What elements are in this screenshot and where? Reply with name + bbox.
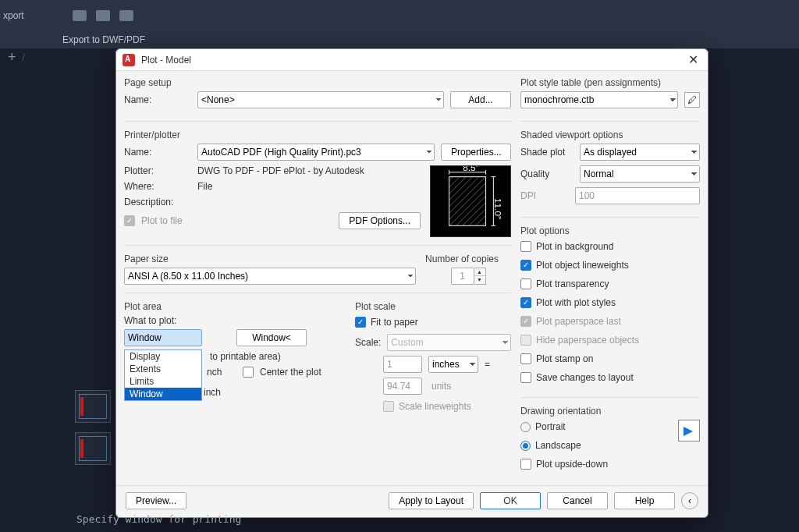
layout-thumb[interactable] bbox=[75, 390, 111, 423]
dropdown-option-window[interactable]: Window bbox=[125, 388, 201, 400]
svg-rect-2 bbox=[449, 177, 486, 226]
scale-lineweights-checkbox bbox=[383, 401, 394, 412]
autocad-icon bbox=[123, 54, 135, 66]
dpi-input bbox=[575, 187, 700, 204]
toolbar-icon[interactable] bbox=[73, 10, 87, 21]
svg-text:8.5″: 8.5″ bbox=[463, 166, 478, 172]
scale-num1-input bbox=[383, 356, 422, 373]
description-label: Description: bbox=[124, 197, 191, 207]
what-to-plot-select[interactable]: Window bbox=[124, 329, 202, 346]
apply-to-layout-button[interactable]: Apply to Layout bbox=[389, 492, 474, 509]
plot-dialog: Plot - Model ✕ Page setup Name: <None> A… bbox=[115, 48, 708, 518]
paper-size-select[interactable]: ANSI A (8.50 x 11.00 Inches) bbox=[124, 268, 416, 285]
shaded-viewport-section: Shaded viewport options Shade plot As di… bbox=[520, 129, 700, 209]
dpi-label: DPI bbox=[520, 190, 569, 201]
plot-options-section: Plot options Plot in background Plot obj… bbox=[520, 225, 700, 389]
copies-input bbox=[451, 268, 474, 285]
plot-transparency-checkbox[interactable] bbox=[520, 278, 531, 289]
cancel-button[interactable]: Cancel bbox=[547, 492, 608, 509]
quality-label: Quality bbox=[520, 168, 574, 179]
name-label: Name: bbox=[124, 147, 191, 158]
what-to-plot-label: What to plot: bbox=[124, 315, 346, 326]
section-heading: Number of copies bbox=[425, 254, 511, 264]
properties-button[interactable]: Properties... bbox=[441, 144, 511, 161]
section-heading: Plot options bbox=[520, 225, 700, 236]
tab-divider: / bbox=[23, 51, 25, 62]
orientation-section: Drawing orientation Portrait Landscape P… bbox=[520, 406, 700, 476]
quality-select[interactable]: Normal bbox=[580, 165, 700, 183]
center-plot-checkbox[interactable] bbox=[243, 367, 254, 378]
plot-background-checkbox[interactable] bbox=[520, 241, 531, 252]
plot-stamp-checkbox[interactable] bbox=[520, 353, 531, 364]
fit-to-paper-label: Fit to paper bbox=[371, 317, 418, 328]
help-button[interactable]: Help bbox=[614, 492, 675, 509]
export-label: xport bbox=[3, 10, 24, 21]
section-heading: Shaded viewport options bbox=[520, 129, 700, 140]
section-heading: Drawing orientation bbox=[520, 406, 700, 417]
section-heading: Plot style table (pen assignments) bbox=[520, 77, 700, 88]
dialog-titlebar: Plot - Model ✕ bbox=[116, 49, 708, 71]
plot-to-file-checkbox bbox=[124, 215, 135, 226]
save-layout-checkbox[interactable] bbox=[520, 372, 531, 383]
dropdown-option-display[interactable]: Display bbox=[125, 350, 201, 363]
paper-preview: 8.5″ 11.0″ bbox=[430, 165, 511, 237]
pdf-options-button[interactable]: PDF Options... bbox=[339, 212, 421, 229]
fit-to-paper-checkbox[interactable] bbox=[355, 317, 366, 328]
upside-down-checkbox[interactable] bbox=[520, 459, 531, 470]
inch-label: inch bbox=[204, 387, 221, 398]
breadcrumb: Export to DWF/PDF bbox=[0, 31, 799, 48]
ok-button[interactable]: OK bbox=[480, 492, 541, 509]
plot-styles-checkbox[interactable] bbox=[520, 297, 531, 308]
collapse-icon[interactable]: ‹ bbox=[681, 492, 698, 509]
scale-num2-input bbox=[383, 378, 422, 395]
breadcrumb-text: Export to DWF/PDF bbox=[62, 34, 145, 45]
page-setup-name-select[interactable]: <None> bbox=[197, 91, 444, 108]
plot-style-table-select[interactable]: monochrome.ctb bbox=[520, 91, 678, 108]
new-tab-button[interactable]: + bbox=[8, 49, 16, 66]
section-heading: Page setup bbox=[124, 77, 511, 88]
plotter-label: Plotter: bbox=[124, 165, 191, 176]
landscape-radio[interactable] bbox=[520, 441, 531, 451]
plotter-value: DWG To PDF - PDF ePlot - by Autodesk bbox=[197, 165, 364, 176]
inch-label: nch bbox=[207, 367, 224, 378]
window-pick-button[interactable]: Window< bbox=[236, 329, 307, 346]
app-topbar: xport bbox=[0, 0, 799, 31]
command-line: Specify window for printing bbox=[76, 513, 241, 525]
center-plot-label: Center the plot bbox=[260, 367, 321, 378]
copies-section: Number of copies ▲▼ bbox=[425, 254, 511, 285]
hide-paperspace-checkbox bbox=[520, 335, 531, 346]
shade-plot-label: Shade plot bbox=[520, 147, 574, 158]
section-heading: Plot scale bbox=[355, 301, 511, 312]
page-setup-section: Page setup Name: <None> Add... bbox=[124, 77, 511, 113]
plot-paperspace-checkbox bbox=[520, 316, 531, 327]
svg-text:11.0″: 11.0″ bbox=[493, 198, 503, 219]
scale-lineweights-label: Scale lineweights bbox=[399, 401, 471, 412]
close-icon[interactable]: ✕ bbox=[685, 52, 701, 67]
what-to-plot-dropdown[interactable]: Display Extents Limits Window bbox=[124, 349, 202, 401]
dropdown-option-limits[interactable]: Limits bbox=[125, 375, 201, 388]
preview-button[interactable]: Preview... bbox=[126, 492, 186, 509]
edit-pen-icon[interactable]: 🖊 bbox=[684, 92, 700, 108]
dialog-footer: Preview... Apply to Layout OK Cancel Hel… bbox=[116, 485, 708, 517]
portrait-radio[interactable] bbox=[520, 422, 531, 432]
orientation-icon bbox=[678, 420, 700, 442]
section-heading: Printer/plotter bbox=[124, 129, 511, 140]
units-label: units bbox=[428, 381, 478, 392]
scale-unit-select[interactable]: inches bbox=[428, 356, 478, 373]
name-label: Name: bbox=[124, 94, 191, 105]
plot-to-file-label: Plot to file bbox=[141, 215, 183, 226]
section-heading: Paper size bbox=[124, 254, 416, 264]
dropdown-option-extents[interactable]: Extents bbox=[125, 363, 201, 375]
where-label: Where: bbox=[124, 181, 191, 192]
paper-size-section: Paper size ANSI A (8.50 x 11.00 Inches) bbox=[124, 254, 416, 285]
printer-name-select[interactable]: AutoCAD PDF (High Quality Print).pc3 bbox=[197, 144, 435, 161]
toolbar-icon[interactable] bbox=[96, 10, 110, 21]
plot-scale-section: Plot scale Fit to paper Scale: Custom in… bbox=[355, 301, 511, 479]
plot-lineweights-checkbox[interactable] bbox=[520, 260, 531, 271]
plot-style-table-section: Plot style table (pen assignments) monoc… bbox=[520, 77, 700, 113]
add-button[interactable]: Add... bbox=[450, 91, 511, 108]
layout-thumb[interactable] bbox=[75, 432, 111, 465]
dialog-title: Plot - Model bbox=[141, 55, 685, 66]
shade-plot-select[interactable]: As displayed bbox=[580, 144, 700, 161]
toolbar-icon[interactable] bbox=[119, 10, 133, 21]
